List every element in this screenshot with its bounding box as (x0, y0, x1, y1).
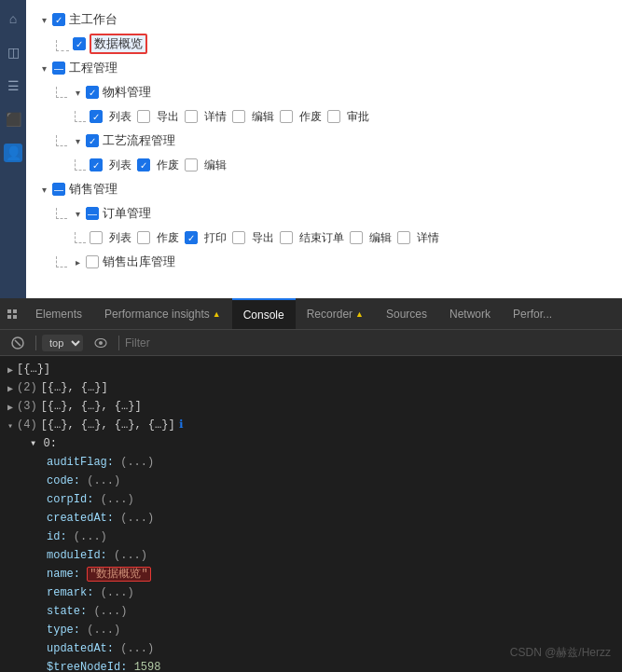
tab-performance[interactable]: Perfor... (502, 298, 563, 329)
cb-sales[interactable]: — (52, 183, 65, 196)
cb-sales-storage[interactable] (86, 255, 99, 268)
recorder-warning-icon: ▲ (355, 309, 364, 319)
cb-ord-detail[interactable] (397, 231, 410, 244)
cb-proc-edit[interactable] (185, 158, 198, 171)
proc-perm-edit: 编辑 (185, 158, 227, 173)
cb-void[interactable] (280, 110, 293, 123)
filter-input[interactable] (125, 336, 616, 350)
toggle-project[interactable]: ▾ (37, 62, 50, 75)
cb-edit[interactable] (232, 110, 245, 123)
context-selector[interactable]: top (42, 335, 83, 351)
sidebar-icon-build[interactable]: ⬛ (4, 110, 22, 129)
sidebar-icon-menu[interactable]: ☰ (4, 76, 22, 95)
field-moduleId: moduleId: (...) (0, 546, 622, 565)
perm-detail: 详情 (185, 109, 227, 125)
cb-list[interactable]: ✓ (90, 110, 103, 123)
name-value: "数据概览" (87, 567, 150, 582)
svg-line-5 (15, 340, 21, 346)
console-output: ▶ [{…}] ▶ (2) [{…}, {…}] ▶ (3) [{…}, {…}… (0, 356, 622, 672)
expand-4[interactable]: ▾ (7, 419, 13, 433)
cb-material[interactable]: ✓ (86, 86, 99, 99)
sidebar: ⌂ ◫ ☰ ⬛ 👤 (0, 0, 26, 298)
tree-row-sales-mgmt: ▾ — 销售管理 (37, 177, 611, 201)
cb-workbench[interactable]: ✓ (52, 13, 65, 26)
clear-console-button[interactable] (6, 331, 30, 355)
devtools-toolbar: top (0, 330, 622, 356)
toggle-workbench[interactable]: ▾ (37, 13, 50, 26)
order-perms-wrap: 列表 作废 ✓打印 导出 结束订单 编辑 详情 (90, 230, 439, 246)
perm-list: ✓列表 (90, 109, 131, 125)
field-remark: remark: (...) (0, 583, 622, 602)
expand-2[interactable]: ▶ (7, 382, 13, 396)
label-sales-storage: 销售出库管理 (103, 254, 175, 270)
cb-ord-close[interactable] (280, 231, 293, 244)
field-code: code: (...) (0, 472, 622, 490)
cb-project[interactable]: — (52, 62, 65, 75)
field-createdAt: createdAt: (...) (0, 509, 622, 528)
cb-ord-list[interactable] (90, 231, 103, 244)
cb-proc-list[interactable]: ✓ (90, 158, 103, 171)
expanded-arrow-0: ▾ 0: (0, 434, 622, 453)
field-type: type: (...) (0, 621, 622, 639)
cb-ord-print[interactable]: ✓ (185, 231, 198, 244)
sidebar-icon-folder[interactable]: ◫ (4, 43, 22, 62)
top-panel: ⌂ ◫ ☰ ⬛ 👤 ▾ ✓ 主工作台 ✓ 数据概览 ▾ — 工程管理 ▾ ✓ (0, 0, 622, 298)
tab-performance-insights[interactable]: Performance insights ▲ (93, 298, 232, 329)
cb-proc-void[interactable]: ✓ (137, 158, 150, 171)
eye-icon[interactable] (89, 331, 113, 355)
svg-rect-1 (13, 309, 17, 313)
process-perms-wrap: ✓列表 ✓作废 编辑 (90, 158, 227, 173)
cb-ord-void[interactable] (137, 231, 150, 244)
ord-perm-print: ✓打印 (185, 230, 227, 246)
cb-ord-export[interactable] (232, 231, 245, 244)
tree-row-material-mgmt: ▾ ✓ 物料管理 (37, 80, 611, 104)
tree-row-workbench: ▾ ✓ 主工作台 (37, 7, 611, 32)
tree-row-process-mgmt: ▾ ✓ 工艺流程管理 (37, 129, 611, 153)
expand-1[interactable]: ▶ (7, 363, 13, 377)
tab-network[interactable]: Network (438, 298, 502, 329)
sidebar-icon-home[interactable]: ⌂ (4, 9, 22, 28)
tree-row-process-perms: ✓列表 ✓作废 编辑 (37, 153, 611, 177)
material-perms-wrap: ✓列表 导出 详情 编辑 作废 审批 (90, 109, 369, 125)
performance-insights-warning-icon: ▲ (213, 309, 221, 319)
toggle-sales-storage[interactable]: ▸ (71, 255, 84, 268)
ord-perm-close: 结束订单 (280, 230, 344, 246)
cb-process[interactable]: ✓ (86, 134, 99, 147)
perm-edit: 编辑 (232, 109, 274, 125)
cb-ord-edit[interactable] (350, 231, 363, 244)
toggle-process[interactable]: ▾ (71, 134, 84, 147)
sidebar-icon-user[interactable]: 👤 (4, 144, 22, 162)
svg-rect-3 (13, 315, 17, 319)
expand-3[interactable]: ▶ (7, 401, 13, 415)
field-corpId: corpId: (...) (0, 490, 622, 509)
field-auditFlag: auditFlag: (...) (0, 453, 622, 472)
cb-data-overview[interactable]: ✓ (73, 37, 86, 50)
field-name: name: "数据概览" (0, 565, 622, 583)
cb-export[interactable] (137, 110, 150, 123)
ord-perm-detail: 详情 (397, 230, 439, 246)
perm-audit: 审批 (327, 109, 369, 125)
toolbar-divider-2 (118, 336, 119, 350)
tab-elements[interactable]: Elements (24, 298, 93, 329)
tab-recorder[interactable]: Recorder ▲ (296, 298, 375, 329)
label-data-overview: 数据概览 (90, 34, 147, 54)
toggle-material[interactable]: ▾ (71, 86, 84, 99)
cb-order[interactable]: — (86, 207, 99, 220)
cb-audit[interactable] (327, 110, 340, 123)
toggle-sales[interactable]: ▾ (37, 183, 50, 196)
devtools-panel-toggle[interactable] (0, 298, 24, 330)
tab-console[interactable]: Console (232, 298, 296, 329)
tab-sources[interactable]: Sources (375, 298, 438, 329)
label-process-mgmt: 工艺流程管理 (103, 132, 175, 149)
tree-row-sales-storage: ▸ 销售出库管理 (37, 250, 611, 274)
content-area: ▾ ✓ 主工作台 ✓ 数据概览 ▾ — 工程管理 ▾ ✓ 物料管理 ✓列表 (26, 0, 622, 298)
svg-rect-0 (7, 309, 11, 313)
cb-detail[interactable] (185, 110, 198, 123)
proc-perm-void: ✓作废 (137, 158, 179, 173)
label-sales-mgmt: 销售管理 (69, 181, 117, 198)
toggle-order[interactable]: ▾ (71, 207, 84, 220)
console-line-1: ▶ [{…}] (0, 360, 622, 378)
info-icon: ℹ (179, 417, 184, 433)
tree-row-data-overview: ✓ 数据概览 (37, 32, 611, 56)
label-material-mgmt: 物料管理 (103, 84, 151, 101)
